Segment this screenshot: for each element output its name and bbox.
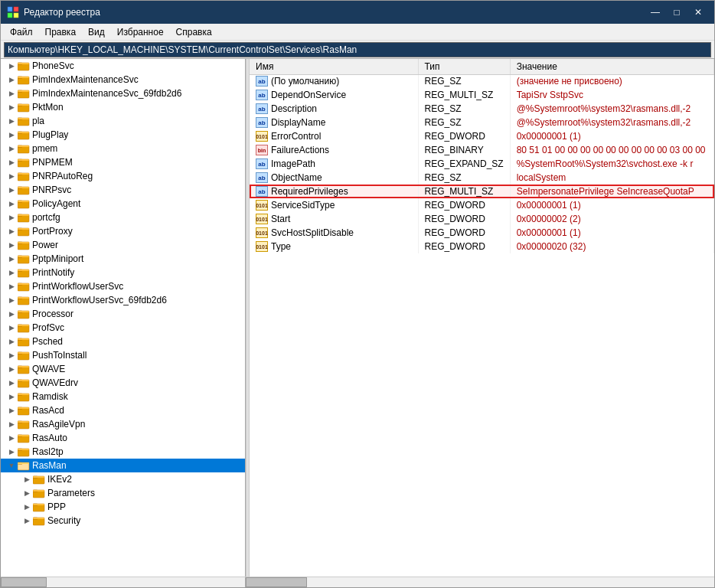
cell-value: 0x00000020 (32) [510, 240, 713, 253]
expand-icon: ▶ [7, 89, 16, 98]
maximize-button[interactable]: □ [667, 5, 687, 20]
expand-icon: ▶ [7, 323, 16, 332]
tree-item[interactable]: ▶ Processor [1, 307, 245, 321]
tree-item[interactable]: ▶ pla [1, 114, 245, 128]
table-row[interactable]: abImagePathREG_EXPAND_SZ%SystemRoot%\Sys… [250, 157, 714, 171]
cell-value: 0x00000001 (1) [510, 198, 713, 212]
tree-item[interactable]: ▶ PortProxy [1, 224, 245, 238]
folder-icon [18, 390, 30, 403]
tree-item-label: Parameters [47, 488, 95, 498]
svg-rect-1 [14, 7, 18, 11]
table-row[interactable]: 0101ErrorControlREG_DWORD0x00000001 (1) [250, 129, 714, 143]
table-row[interactable]: 0101TypeREG_DWORD0x00000020 (32) [250, 240, 714, 253]
menu-bar: Файл Правка Вид Избранное Справка [1, 24, 714, 41]
reg-icon-dword: 0101 [256, 227, 268, 238]
tree-item[interactable]: ▶ PNPMEM [1, 155, 245, 169]
cell-type: REG_MULTI_SZ [418, 185, 510, 198]
table-row[interactable]: 0101StartREG_DWORD0x00000002 (2) [250, 212, 714, 226]
table-row[interactable]: binFailureActionsREG_BINARY80 51 01 00 0… [250, 143, 714, 157]
expand-icon: ▶ [7, 351, 16, 360]
svg-rect-2 [8, 13, 12, 18]
menu-help[interactable]: Справка [170, 25, 218, 39]
tree-item[interactable]: ▶ QWAVE [1, 362, 245, 376]
folder-icon [18, 266, 30, 279]
tree-item[interactable]: ▶ IKEv2 [1, 472, 245, 486]
reg-icon-dword: 0101 [256, 241, 268, 252]
tree-item[interactable]: ▶ QWAVEdrv [1, 376, 245, 390]
values-scrollbar[interactable] [246, 577, 714, 587]
tree-item[interactable]: ▶ PktMon [1, 100, 245, 114]
tree-item[interactable]: ▶ PPP [1, 500, 245, 514]
table-row[interactable]: abDisplayNameREG_SZ@%Systemroot%\system3… [250, 116, 714, 129]
address-input[interactable] [4, 42, 711, 57]
minimize-button[interactable]: — [645, 5, 665, 20]
tree-item[interactable]: ▶ RasAuto [1, 431, 245, 445]
table-row[interactable]: ab(По умолчанию)REG_SZ(значение не присв… [250, 74, 714, 88]
tree-item[interactable]: ▶ PlugPlay [1, 128, 245, 142]
svg-rect-102 [33, 504, 44, 505]
table-row[interactable]: abDependOnServiceREG_MULTI_SZTapiSrv Sst… [250, 88, 714, 102]
tree-item[interactable]: ▶ Ramdisk [1, 390, 245, 403]
table-row[interactable]: abRequiredPrivilegesREG_MULTI_SZSeImpers… [250, 185, 714, 198]
tree-item[interactable]: ▶ RasAgileVpn [1, 417, 245, 431]
menu-view[interactable]: Вид [82, 25, 111, 39]
cell-type: REG_SZ [418, 102, 510, 116]
tree-item[interactable]: ▶ PimIndexMaintenanceSvc_69fdb2d6 [1, 87, 245, 100]
svg-rect-54 [18, 283, 29, 285]
folder-icon [18, 418, 30, 430]
tree-item[interactable]: ▶ portcfg [1, 211, 245, 224]
menu-edit[interactable]: Правка [39, 25, 83, 39]
table-row[interactable]: abObjectNameREG_SZlocalSystem [250, 171, 714, 185]
reg-icon-ab: ab [256, 172, 268, 183]
tree-item[interactable]: ▶ Parameters [1, 486, 245, 500]
tree-item[interactable]: ▶ RasAcd [1, 403, 245, 417]
tree-item[interactable]: ▶ PolicyAgent [1, 197, 245, 211]
tree-item-label: PlugPlay [32, 129, 68, 140]
expand-icon: ▶ [22, 488, 31, 498]
tree-item[interactable]: ▶ PNRPsvc [1, 183, 245, 197]
menu-favorites[interactable]: Избранное [111, 25, 170, 39]
tree-scrollbar[interactable] [1, 577, 246, 587]
tree-item-label: Power [32, 240, 58, 250]
expand-icon: ▶ [7, 103, 16, 112]
values-panel[interactable]: Имя Тип Значение ab(По умолчанию)REG_SZ(… [250, 59, 714, 577]
tree-item-label: QWAVE [32, 364, 65, 374]
tree-panel[interactable]: ▶ PhoneSvc▶ PimIndexMaintenanceSvc▶ PimI… [1, 59, 246, 577]
cell-name: 0101ServiceSidType [250, 198, 418, 212]
cell-name: abObjectName [250, 171, 418, 185]
tree-item[interactable]: ▶ Security [1, 514, 245, 528]
table-row[interactable]: abDescriptionREG_SZ@%Systemroot%\system3… [250, 102, 714, 116]
reg-icon-ab: ab [256, 90, 268, 100]
cell-type: REG_DWORD [418, 129, 510, 143]
expand-icon: ▶ [7, 433, 16, 443]
tree-item-label: PrintWorkflowUserSvc [32, 281, 123, 292]
folder-icon [18, 253, 30, 265]
svg-rect-0 [8, 7, 12, 11]
menu-file[interactable]: Файл [4, 25, 39, 39]
svg-rect-96 [33, 476, 44, 478]
tree-item-label: PptpMiniport [32, 253, 83, 264]
tree-item-label: PrintWorkflowUserSvc_69fdb2d6 [32, 295, 167, 305]
tree-item[interactable]: ▶ PrintWorkflowUserSvc [1, 279, 245, 293]
tree-item-label: RasAuto [32, 433, 67, 443]
tree-item[interactable]: ▶ PrintWorkflowUserSvc_69fdb2d6 [1, 293, 245, 307]
svg-rect-39 [18, 214, 29, 216]
tree-item[interactable]: ▶ PNRPAutoReg [1, 169, 245, 183]
tree-item[interactable]: ▶ ProfSvc [1, 321, 245, 335]
tree-item[interactable]: ▶ PptpMiniport [1, 252, 245, 266]
svg-rect-6 [18, 63, 29, 64]
tree-item[interactable]: ▶ PushToInstall [1, 348, 245, 362]
close-button[interactable]: ✕ [688, 5, 708, 20]
table-row[interactable]: 0101SvcHostSplitDisableREG_DWORD0x000000… [250, 226, 714, 240]
tree-item[interactable]: ▼ RasMan [1, 459, 245, 472]
tree-item[interactable]: ▶ Psched [1, 335, 245, 348]
cell-type: REG_SZ [418, 116, 510, 129]
tree-item[interactable]: ▶ Rasl2tp [1, 445, 245, 459]
tree-item[interactable]: ▶ Power [1, 238, 245, 252]
folder-icon [18, 129, 30, 141]
tree-item[interactable]: ▶ PhoneSvc [1, 59, 245, 73]
tree-item[interactable]: ▶ PimIndexMaintenanceSvc [1, 73, 245, 87]
tree-item[interactable]: ▶ PrintNotify [1, 266, 245, 279]
tree-item[interactable]: ▶ pmem [1, 142, 245, 155]
table-row[interactable]: 0101ServiceSidTypeREG_DWORD0x00000001 (1… [250, 198, 714, 212]
